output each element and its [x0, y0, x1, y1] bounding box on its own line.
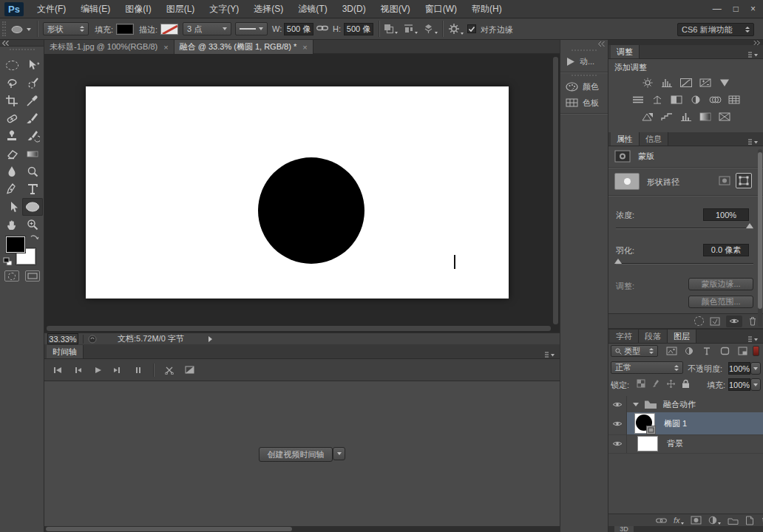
audio-mute-button[interactable]	[130, 364, 145, 376]
pen-tool[interactable]	[1, 180, 22, 198]
lasso-tool[interactable]	[1, 74, 22, 92]
fill-value-field[interactable]: 100%	[728, 378, 750, 391]
density-value-field[interactable]: 100%	[703, 208, 749, 221]
filter-pixel-layers-icon[interactable]	[665, 345, 678, 357]
vector-mask-button[interactable]	[736, 173, 752, 188]
tool-preset-button[interactable]	[10, 22, 34, 36]
load-selection-from-mask-button[interactable]	[694, 316, 704, 326]
tab-close-icon[interactable]: ×	[163, 43, 168, 52]
tab-properties[interactable]: 属性	[611, 132, 640, 146]
feather-value-field[interactable]: 0.0 像素	[703, 244, 749, 256]
layer-style-button[interactable]: fx	[674, 516, 684, 525]
new-adjustment-layer-button[interactable]	[708, 516, 721, 525]
history-brush-tool[interactable]	[22, 127, 43, 145]
tab-adjustments[interactable]: 调整	[611, 45, 640, 58]
levels-icon[interactable]	[658, 77, 676, 89]
add-layer-mask-button[interactable]	[691, 516, 702, 525]
timeline-type-dropdown-button[interactable]	[333, 447, 345, 460]
blur-tool[interactable]	[1, 163, 22, 180]
lock-transparency-icon[interactable]	[635, 378, 647, 389]
menu-file[interactable]: 文件(F)	[30, 0, 73, 18]
quick-selection-tool[interactable]	[22, 74, 43, 92]
split-clip-button[interactable]	[162, 364, 177, 376]
healing-brush-tool[interactable]	[1, 109, 22, 127]
shape-width-input[interactable]: 500 像	[284, 23, 313, 35]
filter-adjustment-layers-icon[interactable]	[682, 345, 696, 357]
color-balance-icon[interactable]	[648, 94, 666, 106]
gradient-map-icon[interactable]	[696, 111, 714, 123]
stroke-color-swatch[interactable]	[160, 24, 178, 35]
delete-mask-button[interactable]	[748, 316, 757, 326]
shape-settings-button[interactable]	[448, 23, 464, 35]
new-group-button[interactable]	[728, 516, 739, 525]
color-lookup-icon[interactable]	[725, 94, 743, 106]
layer-row-ellipse[interactable]: 椭圆 1	[608, 412, 763, 435]
options-grip[interactable]	[2, 21, 6, 36]
layer-thumbnail[interactable]	[637, 436, 658, 451]
curves-icon[interactable]	[677, 77, 695, 89]
default-colors-icon[interactable]	[3, 257, 13, 267]
menu-select[interactable]: 选择(S)	[246, 0, 291, 18]
add-pixel-mask-button[interactable]	[716, 173, 733, 188]
move-tool[interactable]	[22, 56, 43, 74]
apply-mask-button[interactable]	[710, 317, 720, 326]
fill-dropdown-button[interactable]	[750, 378, 761, 391]
create-video-timeline-button[interactable]: 创建视频时间轴	[259, 447, 331, 460]
foreground-color-swatch[interactable]	[6, 236, 25, 253]
black-ellipse-shape[interactable]	[258, 157, 364, 264]
color-range-button[interactable]: 颜色范围...	[688, 296, 753, 308]
panel-menu-icon[interactable]	[748, 336, 759, 343]
posterize-icon[interactable]	[658, 111, 676, 123]
group-expand-arrow-icon[interactable]	[633, 403, 639, 406]
menu-3d[interactable]: 3D(D)	[335, 0, 373, 18]
eraser-tool[interactable]	[1, 145, 22, 163]
document-size-info[interactable]: 文档:5.72M/0 字节	[118, 333, 184, 344]
document-tab-ronghe[interactable]: 融合 @ 33.3% (椭圆 1, RGB/8) * ×	[174, 40, 313, 54]
vibrance-icon[interactable]	[716, 77, 733, 89]
zoom-level-field[interactable]: 33.33%	[47, 333, 78, 344]
timeline-scrollbar[interactable]	[44, 526, 560, 532]
path-operations-button[interactable]	[383, 23, 398, 34]
visibility-toggle[interactable]	[608, 434, 627, 453]
menu-window[interactable]: 窗口(W)	[418, 0, 464, 18]
layer-name[interactable]: 背景	[667, 438, 683, 449]
tab-paragraph[interactable]: 段落	[639, 330, 668, 343]
tab-3d[interactable]: 3D	[614, 526, 634, 532]
tab-timeline[interactable]: 时间轴	[47, 345, 84, 358]
menu-edit[interactable]: 编辑(E)	[73, 0, 118, 18]
photo-filter-icon[interactable]	[687, 94, 705, 106]
enable-mask-button[interactable]	[726, 316, 742, 327]
actions-panel-button[interactable]: 动...	[560, 53, 608, 69]
lock-position-icon[interactable]	[665, 378, 676, 389]
tab-close-icon[interactable]: ×	[302, 43, 307, 52]
lock-all-icon[interactable]	[679, 378, 691, 389]
workspace-select[interactable]: CS6 新增功能	[677, 23, 754, 36]
hue-saturation-icon[interactable]	[629, 94, 647, 106]
black-white-icon[interactable]	[668, 94, 685, 106]
zoom-tool[interactable]	[22, 216, 43, 233]
type-tool[interactable]	[22, 180, 43, 198]
align-edges-checkbox[interactable]	[467, 24, 476, 33]
menu-help[interactable]: 帮助(H)	[464, 0, 509, 18]
invert-icon[interactable]	[639, 111, 657, 123]
filter-smart-objects-icon[interactable]	[736, 345, 749, 357]
transition-button[interactable]	[182, 364, 197, 376]
tab-character[interactable]: 字符	[610, 330, 639, 343]
canvas-horizontal-scrollbar[interactable]	[47, 326, 551, 331]
play-button[interactable]	[90, 364, 105, 376]
ellipse-tool[interactable]	[22, 198, 43, 216]
opacity-value-field[interactable]: 100%	[728, 362, 750, 375]
close-button[interactable]: ×	[750, 4, 756, 14]
layer-group-row[interactable]: 融合动作	[608, 396, 763, 413]
layer-thumbnail[interactable]	[634, 413, 655, 434]
menu-layer[interactable]: 图层(L)	[159, 0, 203, 18]
canvas-area[interactable]	[44, 54, 560, 332]
group-name[interactable]: 融合动作	[663, 399, 696, 410]
stroke-width-select[interactable]: 3 点	[183, 22, 231, 35]
density-slider[interactable]	[616, 228, 753, 229]
layer-row-background[interactable]: 背景	[608, 434, 763, 454]
menu-type[interactable]: 文字(Y)	[202, 0, 246, 18]
panel-menu-icon[interactable]	[748, 52, 759, 58]
visibility-toggle[interactable]	[608, 396, 627, 412]
dock-collapse-arrows-icon[interactable]	[598, 41, 605, 47]
